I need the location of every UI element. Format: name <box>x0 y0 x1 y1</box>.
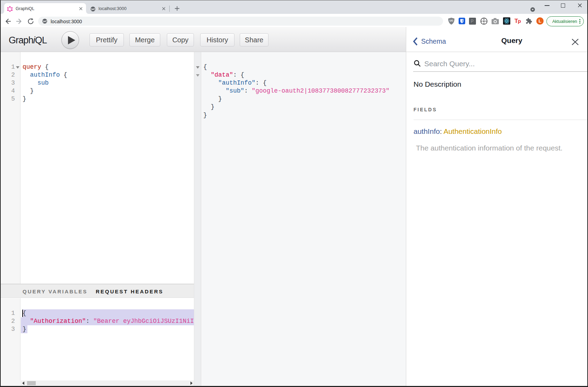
svg-text:UO: UO <box>450 19 453 22</box>
